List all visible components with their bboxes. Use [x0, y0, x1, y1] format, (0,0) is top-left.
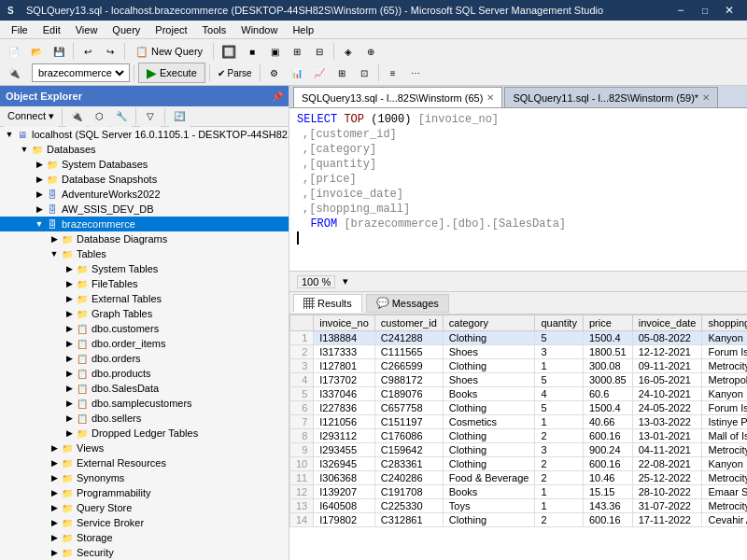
row-num-cell[interactable]: 3: [290, 359, 314, 373]
table-row[interactable]: 11I306368C240286Food & Beverage210.4625-…: [290, 471, 748, 485]
row-data-cell[interactable]: C241288: [374, 331, 443, 345]
new-query-icon[interactable]: 📄: [4, 41, 24, 62]
row-num-cell[interactable]: 7: [290, 415, 314, 429]
row-data-cell[interactable]: 5: [535, 373, 584, 387]
row-data-cell[interactable]: Clothing: [443, 429, 535, 443]
row-data-cell[interactable]: 1: [535, 415, 584, 429]
zoom-dropdown-icon[interactable]: ▾: [343, 275, 348, 287]
row-data-cell[interactable]: C111565: [374, 345, 443, 359]
toolbar-icon-7[interactable]: ⊟: [309, 41, 330, 62]
tree-programmability[interactable]: ▶ 📁 Programmability: [0, 485, 289, 500]
row-data-cell[interactable]: 31-07-2022: [632, 499, 702, 513]
row-data-cell[interactable]: 600.16: [583, 429, 632, 443]
tree-security[interactable]: ▶ 📁 Security: [0, 545, 289, 560]
tree-sellers[interactable]: ▶ 📋 dbo.sellers: [0, 411, 289, 426]
open-icon[interactable]: 📂: [26, 41, 47, 62]
tree-order-items[interactable]: ▶ 📋 dbo.order_items: [0, 336, 289, 351]
query-tab-2[interactable]: SQLQuery11.sql - l...82S\Winstorm (59)* …: [504, 87, 718, 107]
security-expander[interactable]: ▶: [49, 547, 60, 558]
oe-icon-2[interactable]: ⬡: [89, 106, 109, 127]
row-data-cell[interactable]: 900.24: [583, 443, 632, 457]
row-data-cell[interactable]: 28-10-2022: [632, 485, 702, 499]
tree-products[interactable]: ▶ 📋 dbo.products: [0, 366, 289, 381]
row-data-cell[interactable]: 3: [535, 345, 584, 359]
oe-connect-button[interactable]: Connect ▾: [4, 106, 58, 127]
orders-expander[interactable]: ▶: [63, 353, 75, 364]
row-data-cell[interactable]: 17-11-2022: [632, 513, 702, 527]
row-data-cell[interactable]: 1: [535, 359, 584, 373]
row-data-cell[interactable]: 2: [535, 429, 584, 443]
table-row[interactable]: 1I138884C241288Clothing51500.405-08-2022…: [290, 331, 748, 345]
execute-button[interactable]: ▶ Execute: [138, 63, 205, 83]
row-num-cell[interactable]: 2: [290, 345, 314, 359]
row-data-cell[interactable]: Metrocity: [702, 471, 747, 485]
table-row[interactable]: 4I173702C988172Shoes53000.8516-05-2021Me…: [290, 373, 748, 387]
undo-icon[interactable]: ↩: [78, 41, 98, 62]
row-data-cell[interactable]: 300.08: [583, 359, 632, 373]
toolbar-icon-11[interactable]: ⚙: [264, 63, 285, 83]
tree-db-diagrams[interactable]: ▶ 📁 Database Diagrams: [0, 231, 289, 246]
row-data-cell[interactable]: Cosmetics: [443, 415, 535, 429]
table-row[interactable]: 10I326945C283361Clothing2600.1622-08-202…: [290, 457, 748, 471]
row-data-cell[interactable]: Toys: [443, 499, 535, 513]
row-data-cell[interactable]: 2: [535, 457, 584, 471]
row-data-cell[interactable]: 600.16: [583, 513, 632, 527]
service-broker-expander[interactable]: ▶: [49, 517, 60, 528]
tree-tables[interactable]: ▼ 📁 Tables: [0, 246, 289, 261]
row-data-cell[interactable]: 3: [535, 443, 584, 457]
row-data-cell[interactable]: Clothing: [443, 331, 535, 345]
row-data-cell[interactable]: Istinye Park: [702, 415, 747, 429]
products-expander[interactable]: ▶: [63, 368, 75, 379]
tree-db-snap[interactable]: ▶ 📁 Database Snapshots: [0, 172, 289, 187]
results-tab-messages[interactable]: 💬 Messages: [366, 294, 449, 313]
row-data-cell[interactable]: 10.46: [583, 471, 632, 485]
row-data-cell[interactable]: 600.16: [583, 457, 632, 471]
col-customer-id[interactable]: customer_id: [374, 315, 443, 331]
tree-sys-tables[interactable]: ▶ 📁 System Tables: [0, 261, 289, 276]
row-data-cell[interactable]: 05-08-2022: [632, 331, 702, 345]
toolbar-icon-16[interactable]: ≡: [383, 63, 403, 83]
tree-ext-resources[interactable]: ▶ 📁 External Resources: [0, 455, 289, 470]
row-num-cell[interactable]: 11: [290, 471, 314, 485]
parse-icon[interactable]: ✔ Parse: [214, 63, 256, 83]
row-data-cell[interactable]: 2: [535, 471, 584, 485]
row-data-cell[interactable]: Food & Beverage: [443, 471, 535, 485]
tree-samplecustomers[interactable]: ▶ 📋 dbo.samplecustomers: [0, 396, 289, 411]
row-data-cell[interactable]: 1500.4: [583, 401, 632, 415]
row-data-cell[interactable]: C266599: [374, 359, 443, 373]
table-row[interactable]: 5I337046C189076Books460.624-10-2021Kanyo…: [290, 387, 748, 401]
tree-views[interactable]: ▶ 📁 Views: [0, 441, 289, 455]
customers-expander[interactable]: ▶: [63, 323, 75, 334]
row-data-cell[interactable]: 1: [535, 499, 584, 513]
row-data-cell[interactable]: Shoes: [443, 373, 535, 387]
table-row[interactable]: 2I317333C111565Shoes31800.5112-12-2021Fo…: [290, 345, 748, 359]
toolbar-icon-9[interactable]: ⊕: [360, 41, 381, 62]
sys-tables-expander[interactable]: ▶: [63, 263, 75, 274]
maximize-button[interactable]: □: [693, 3, 717, 18]
col-category[interactable]: category: [443, 315, 535, 331]
row-data-cell[interactable]: C240286: [374, 471, 443, 485]
db-diagrams-expander[interactable]: ▶: [49, 233, 60, 245]
synonyms-expander[interactable]: ▶: [49, 472, 60, 483]
tree-brazecommerce[interactable]: ▼ 🗄 brazecommerce: [0, 217, 289, 231]
query-tab-1[interactable]: SQLQuery13.sql - l...82S\Winstorm (65) ✕: [293, 87, 502, 107]
toolbar-icon-13[interactable]: 📈: [309, 63, 330, 83]
row-data-cell[interactable]: Metropol AVM: [702, 373, 747, 387]
query-editor[interactable]: SELECT TOP (1000) [invoice_no] ,[custome…: [289, 108, 747, 272]
toolbar-icon-6[interactable]: ⊞: [287, 41, 307, 62]
row-data-cell[interactable]: Forum Istanbul: [702, 401, 747, 415]
oe-filter-icon[interactable]: ▽: [140, 106, 161, 127]
order-items-expander[interactable]: ▶: [63, 338, 75, 349]
tree-ext-tables[interactable]: ▶ 📁 External Tables: [0, 291, 289, 306]
sys-db-expander[interactable]: ▶: [34, 159, 45, 170]
tree-dropped[interactable]: ▶ 📁 Dropped Ledger Tables: [0, 426, 289, 441]
toolbar-icon-5[interactable]: ▣: [264, 41, 285, 62]
row-data-cell[interactable]: 09-11-2021: [632, 359, 702, 373]
row-data-cell[interactable]: I326945: [314, 457, 375, 471]
toolbar-icon-8[interactable]: ◈: [338, 41, 359, 62]
table-row[interactable]: 9I293455C159642Clothing3900.2404-11-2021…: [290, 443, 748, 457]
row-num-cell[interactable]: 5: [290, 387, 314, 401]
table-row[interactable]: 12I139207C191708Books115.1528-10-2022Ema…: [290, 485, 748, 499]
row-data-cell[interactable]: C225330: [374, 499, 443, 513]
row-data-cell[interactable]: C657758: [374, 401, 443, 415]
